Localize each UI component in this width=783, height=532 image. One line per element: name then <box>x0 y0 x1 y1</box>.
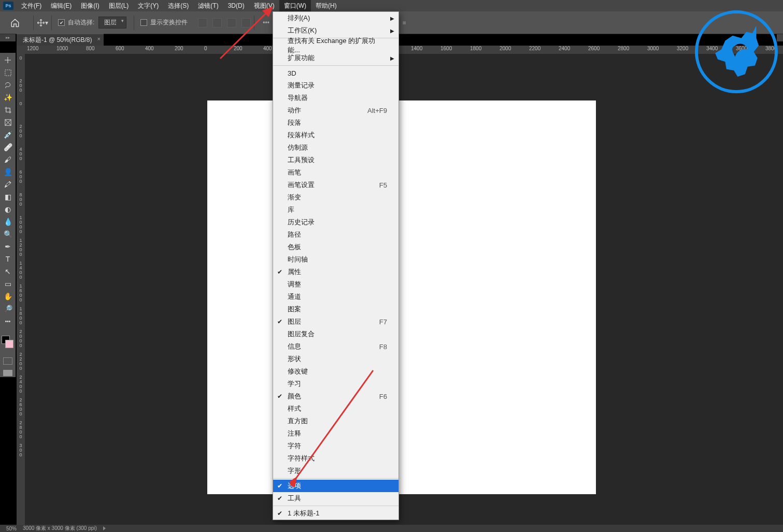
shape-tool-icon[interactable]: ▭ <box>0 278 16 290</box>
menu-item-label: 颜色 <box>288 392 301 401</box>
menu-item-编辑[interactable]: 编辑(E) <box>46 0 76 11</box>
menu-item-label: 路径 <box>288 230 301 239</box>
menu-item[interactable]: 图案 <box>273 303 398 315</box>
path-select-icon[interactable]: ↖ <box>0 265 16 278</box>
home-icon[interactable] <box>7 15 23 31</box>
eraser-tool-icon[interactable]: ◧ <box>0 191 16 203</box>
menu-item[interactable]: 调整 <box>273 278 398 291</box>
menu-item[interactable]: 注释 <box>273 427 398 440</box>
menu-item-3d[interactable]: 3D(D) <box>223 0 249 11</box>
menu-item[interactable]: ✔选项 <box>273 480 398 492</box>
menu-item[interactable]: 段落样式 <box>273 129 398 141</box>
layer-dropdown[interactable]: 图层 <box>98 17 126 28</box>
align-icon[interactable] <box>241 18 251 27</box>
menu-item[interactable]: 学习 <box>273 378 398 390</box>
menu-item[interactable]: ✔1 未标题-1 <box>273 507 398 520</box>
menu-item[interactable]: 段落 <box>273 117 398 129</box>
menu-item[interactable]: 测量记录 <box>273 79 398 92</box>
menu-item[interactable]: 通道 <box>273 291 398 303</box>
zoom-level[interactable]: 50% <box>6 526 17 531</box>
zoom-tool-icon[interactable]: 🔎 <box>0 303 16 315</box>
menu-item[interactable]: 库 <box>273 204 398 216</box>
menu-item[interactable]: ✔图层F7 <box>273 315 398 328</box>
menu-item-选择[interactable]: 选择(S) <box>163 0 193 11</box>
camera-icon[interactable]: ■ <box>400 18 409 27</box>
menu-item[interactable]: 查找有关 Exchange 的扩展功能... <box>273 39 398 52</box>
show-transform-checkbox[interactable] <box>140 19 147 26</box>
menu-item[interactable]: 工作区(K)▶ <box>273 24 398 37</box>
dodge-tool-icon[interactable]: 🔍 <box>0 228 16 240</box>
type-tool-icon[interactable]: T <box>0 253 16 265</box>
align-icon[interactable] <box>198 18 207 27</box>
more-icon[interactable]: ••• <box>263 19 269 26</box>
align-icon[interactable] <box>212 18 222 27</box>
menu-item[interactable]: 工具预设 <box>273 154 398 166</box>
document-tab[interactable]: 未标题-1 @ 50%(RGB/8) × <box>17 34 104 46</box>
menu-item[interactable]: 画笔 <box>273 166 398 179</box>
hand-tool-icon[interactable]: ✋ <box>0 290 16 303</box>
blur-tool-icon[interactable]: 💧 <box>0 215 16 228</box>
brush-tool-icon[interactable]: 🖌 <box>0 153 16 166</box>
align-icon[interactable] <box>227 18 236 27</box>
history-brush-icon[interactable]: 🖍 <box>0 178 16 191</box>
menu-item[interactable]: 渐变 <box>273 191 398 204</box>
status-arrow-icon[interactable] <box>103 526 106 530</box>
crop-tool-icon[interactable] <box>0 104 16 116</box>
menu-item-图层[interactable]: 图层(L) <box>104 0 134 11</box>
menu-item[interactable]: 扩展功能▶ <box>273 52 398 64</box>
quickmask-icon[interactable] <box>3 357 12 365</box>
menu-item[interactable]: ✔工具 <box>273 492 398 505</box>
menu-item[interactable]: 字形 <box>273 465 398 477</box>
menu-item[interactable]: 形状 <box>273 353 398 365</box>
move-tool-icon[interactable] <box>0 54 16 66</box>
screenmode-icon[interactable] <box>3 370 12 376</box>
menu-item-滤镜[interactable]: 滤镜(T) <box>193 0 223 11</box>
close-icon[interactable]: × <box>97 36 101 42</box>
edit-toolbar-icon[interactable]: ••• <box>0 315 16 327</box>
heal-tool-icon[interactable]: 🩹 <box>0 141 16 153</box>
menu-item[interactable]: ✔属性 <box>273 266 398 278</box>
menu-item[interactable]: 路径 <box>273 228 398 241</box>
menu-item[interactable]: 字符 <box>273 440 398 452</box>
menu-item-帮助[interactable]: 帮助(H) <box>311 0 341 11</box>
menu-item[interactable]: 排列(A)▶ <box>273 12 398 24</box>
wand-tool-icon[interactable]: ✨ <box>0 91 16 104</box>
pen-tool-icon[interactable]: ✒ <box>0 240 16 253</box>
menu-item-窗口[interactable]: 窗口(W) <box>279 0 311 11</box>
menu-item[interactable]: 直方图 <box>273 415 398 427</box>
menu-item[interactable]: 3D <box>273 67 398 79</box>
menu-item[interactable]: 画笔设置F5 <box>273 179 398 191</box>
menu-item[interactable]: 信息F8 <box>273 340 398 353</box>
lasso-tool-icon[interactable] <box>0 79 16 91</box>
menu-item[interactable]: 仿制源 <box>273 141 398 154</box>
menu-item-视图[interactable]: 视图(V) <box>249 0 279 11</box>
menu-item-文字[interactable]: 文字(Y) <box>133 0 163 11</box>
menu-item[interactable]: 历史记录 <box>273 216 398 228</box>
move-tool-icon[interactable]: ▾ <box>37 17 48 28</box>
gradient-tool-icon[interactable]: ◐ <box>0 203 16 215</box>
menu-item[interactable]: 图层复合 <box>273 328 398 340</box>
right-collapse-strip[interactable] <box>777 34 783 41</box>
menu-item[interactable]: 时间轴 <box>273 253 398 266</box>
background-color[interactable] <box>5 340 13 348</box>
menu-item[interactable]: 动作Alt+F9 <box>273 104 398 117</box>
menu-item[interactable]: 样式 <box>273 402 398 415</box>
menu-item[interactable]: 修改键 <box>273 365 398 378</box>
marquee-tool-icon[interactable] <box>0 66 16 79</box>
menu-item[interactable]: ✔颜色F6 <box>273 390 398 402</box>
auto-select-checkbox[interactable] <box>58 19 65 26</box>
show-transform-label: 显示变换控件 <box>150 18 188 27</box>
canvas[interactable] <box>207 100 596 494</box>
frame-tool-icon[interactable] <box>0 116 16 128</box>
ruler-vertical: 0200020040060080010001200140016001800200… <box>17 54 25 525</box>
menu-item-label: 选项 <box>288 481 301 491</box>
svg-rect-0 <box>5 69 10 75</box>
stamp-tool-icon[interactable]: 👤 <box>0 166 16 178</box>
menu-item-图像[interactable]: 图像(I) <box>76 0 104 11</box>
menu-item-文件[interactable]: 文件(F) <box>17 0 46 11</box>
panel-collapse-strip[interactable]: ▸▸ <box>0 34 16 41</box>
menu-item[interactable]: 导航器 <box>273 92 398 104</box>
menu-item[interactable]: 色板 <box>273 241 398 253</box>
eyedropper-tool-icon[interactable]: 💉 <box>0 128 16 141</box>
menu-item[interactable]: 字符样式 <box>273 452 398 465</box>
